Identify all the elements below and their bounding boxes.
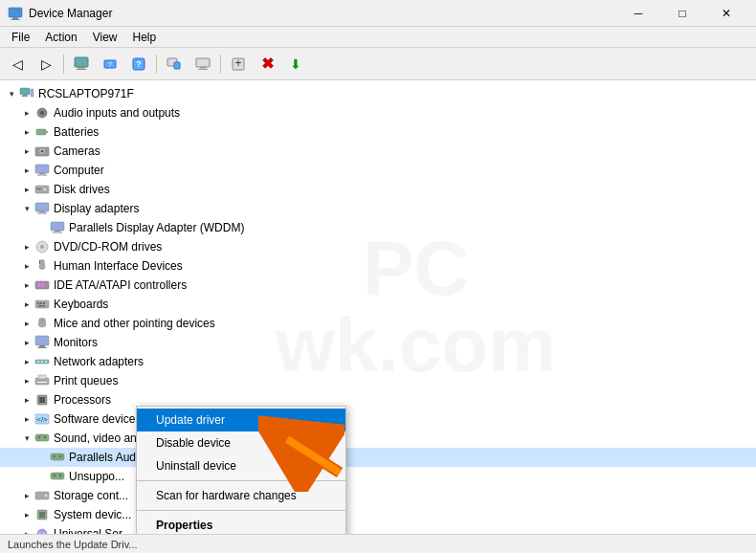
add-button[interactable]: + bbox=[225, 52, 252, 77]
svg-point-71 bbox=[54, 455, 56, 458]
device-label: Parallels Display Adapter (WDDM) bbox=[69, 221, 244, 234]
tree-toggle[interactable] bbox=[19, 277, 34, 293]
tree-item[interactable]: Computer bbox=[0, 161, 756, 180]
svg-rect-49 bbox=[40, 302, 42, 304]
arrow-indicator bbox=[258, 406, 345, 492]
device-icon bbox=[50, 450, 65, 465]
svg-point-59 bbox=[45, 361, 47, 363]
svg-rect-54 bbox=[39, 345, 45, 347]
tree-toggle[interactable] bbox=[19, 201, 34, 216]
download-button[interactable]: ⬇ bbox=[282, 52, 309, 77]
scan-button[interactable] bbox=[161, 52, 188, 77]
device-tree[interactable]: PCwk.com RCSLAPTOP971F Audio inputs and … bbox=[0, 80, 756, 534]
help-button[interactable]: ? bbox=[125, 52, 152, 77]
device-icon bbox=[34, 201, 50, 216]
device-label: Storage cont... bbox=[54, 489, 128, 502]
svg-rect-55 bbox=[37, 347, 47, 348]
tree-item[interactable]: Mice and other pointing devices bbox=[0, 314, 756, 333]
monitor-button[interactable] bbox=[189, 52, 216, 77]
svg-point-69 bbox=[44, 436, 47, 439]
svg-rect-61 bbox=[38, 375, 46, 379]
tree-toggle[interactable] bbox=[19, 239, 34, 254]
tree-toggle[interactable] bbox=[19, 354, 34, 369]
forward-button[interactable]: ▷ bbox=[33, 52, 59, 77]
maximize-button[interactable]: □ bbox=[660, 0, 704, 27]
svg-rect-0 bbox=[9, 8, 22, 17]
tree-toggle[interactable] bbox=[19, 411, 34, 427]
tree-toggle[interactable] bbox=[34, 450, 50, 465]
tree-toggle[interactable] bbox=[19, 144, 34, 159]
svg-rect-12 bbox=[196, 58, 210, 67]
tree-item[interactable]: Sound, video and game controllers bbox=[0, 429, 756, 448]
tree-item[interactable]: Storage cont... bbox=[0, 486, 756, 505]
tree-toggle[interactable] bbox=[19, 124, 34, 140]
device-label: Software devices bbox=[54, 412, 141, 426]
device-icon bbox=[34, 392, 50, 408]
tree-item[interactable]: Unsuppo... bbox=[0, 467, 756, 486]
device-icon bbox=[34, 488, 50, 503]
tree-item[interactable]: Network adapters bbox=[0, 352, 756, 371]
back-button[interactable]: ◁ bbox=[4, 52, 31, 77]
tree-item[interactable]: Monitors bbox=[0, 333, 756, 352]
tree-item[interactable]: Keyboards bbox=[0, 295, 756, 314]
tree-root[interactable]: RCSLAPTOP971F bbox=[0, 84, 756, 103]
tree-item[interactable]: Batteries bbox=[0, 122, 756, 142]
minimize-button[interactable]: ─ bbox=[616, 0, 660, 27]
menu-help[interactable]: Help bbox=[125, 27, 165, 48]
tree-toggle[interactable] bbox=[19, 258, 34, 274]
tree-item[interactable]: Display adapters bbox=[0, 199, 756, 218]
tree-toggle[interactable] bbox=[19, 431, 34, 446]
svg-point-27 bbox=[41, 150, 44, 153]
close-button[interactable]: ✕ bbox=[704, 0, 748, 27]
svg-rect-37 bbox=[51, 222, 64, 231]
root-toggle[interactable] bbox=[4, 86, 19, 101]
device-icon bbox=[34, 239, 50, 254]
tree-item[interactable]: IDE ATA/ATAPI controllers bbox=[0, 276, 756, 295]
tree-item[interactable]: U Universal Ser... bbox=[0, 524, 756, 534]
context-menu-properties[interactable]: Properties bbox=[137, 514, 345, 534]
main-panel: PCwk.com RCSLAPTOP971F Audio inputs and … bbox=[0, 80, 756, 534]
tree-toggle[interactable] bbox=[19, 105, 34, 121]
tree-toggle[interactable] bbox=[19, 163, 34, 178]
tree-item[interactable]: Parallels Display Adapter (WDDM) bbox=[0, 218, 756, 237]
tree-toggle[interactable] bbox=[19, 526, 34, 534]
tree-toggle[interactable] bbox=[19, 373, 34, 388]
tree-toggle[interactable] bbox=[19, 335, 34, 350]
tree-item[interactable]: Disk drives bbox=[0, 180, 756, 199]
app-icon bbox=[8, 6, 23, 21]
tree-item[interactable]: DVD/CD-ROM drives bbox=[0, 237, 756, 256]
svg-point-58 bbox=[41, 361, 43, 363]
uninstall-button[interactable]: ✖ bbox=[254, 52, 280, 77]
tree-item[interactable]: Parallels Audio C... bbox=[0, 448, 756, 467]
svg-rect-67 bbox=[35, 434, 49, 441]
tree-item[interactable]: Print queues bbox=[0, 371, 756, 390]
menu-file[interactable]: File bbox=[4, 27, 37, 48]
svg-text:?: ? bbox=[136, 59, 142, 69]
status-bar: Launches the Update Driv... bbox=[0, 534, 756, 553]
status-text: Launches the Update Driv... bbox=[8, 539, 138, 550]
svg-point-22 bbox=[40, 111, 44, 115]
tree-toggle[interactable] bbox=[34, 469, 50, 484]
svg-point-77 bbox=[44, 494, 48, 498]
tree-item[interactable]: Processors bbox=[0, 390, 756, 409]
device-icon bbox=[34, 144, 50, 159]
tree-toggle[interactable] bbox=[19, 182, 34, 197]
device-icon: </> bbox=[34, 411, 50, 427]
tree-item[interactable]: Cameras bbox=[0, 142, 756, 161]
device-icon bbox=[34, 507, 50, 522]
properties-button[interactable] bbox=[68, 52, 95, 77]
menu-action[interactable]: Action bbox=[37, 27, 84, 48]
tree-toggle[interactable] bbox=[19, 297, 34, 312]
tree-item[interactable]: Human Interface Devices bbox=[0, 256, 756, 276]
tree-toggle[interactable] bbox=[34, 220, 50, 235]
tree-toggle[interactable] bbox=[19, 507, 34, 522]
tree-toggle[interactable] bbox=[19, 316, 34, 331]
tree-item[interactable]: Audio inputs and outputs bbox=[0, 103, 756, 122]
tree-item[interactable]: </> Software devices bbox=[0, 409, 756, 429]
tree-item[interactable]: System devic... bbox=[0, 505, 756, 524]
tree-toggle[interactable] bbox=[19, 488, 34, 503]
svg-point-42 bbox=[41, 246, 43, 248]
tree-toggle[interactable] bbox=[19, 392, 34, 408]
menu-view[interactable]: View bbox=[85, 27, 125, 48]
update-driver-button[interactable]: ? bbox=[97, 52, 123, 77]
